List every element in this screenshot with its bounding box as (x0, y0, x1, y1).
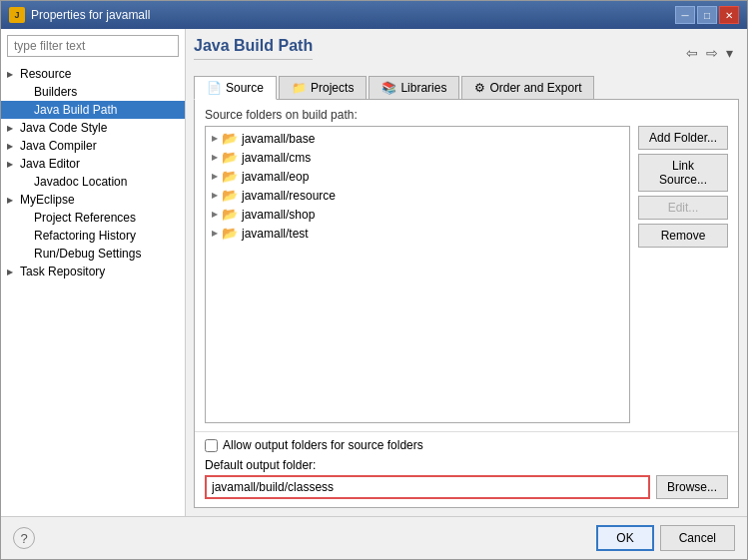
tab-source[interactable]: 📄 Source (194, 76, 277, 100)
help-button[interactable]: ? (13, 527, 35, 549)
tab-content: Source folders on build path: ▶ 📂 javama… (194, 100, 739, 508)
tab-inner: ▶ 📂 javamall/base ▶ 📂 javamall/cms ▶ (195, 126, 738, 431)
tab-order-export-label: Order and Export (489, 81, 581, 95)
sidebar-item-task-repository[interactable]: ▶ Task Repository (1, 263, 185, 280)
sidebar-item-label: Builders (34, 85, 77, 99)
folder-icon: 📂 (222, 131, 238, 146)
item-expand-arrow: ▶ (212, 153, 218, 162)
source-item-label: javamall/test (242, 227, 309, 241)
expand-arrow: ▶ (7, 160, 17, 169)
add-folder-button[interactable]: Add Folder... (638, 126, 728, 150)
sidebar-item-builders[interactable]: Builders (1, 83, 185, 101)
content-area: ▶ Resource Builders Java Build Path ▶ Ja… (1, 29, 747, 516)
cancel-button[interactable]: Cancel (660, 525, 735, 551)
folder-icon: 📂 (222, 188, 238, 203)
sidebar-item-java-code-style[interactable]: ▶ Java Code Style (1, 119, 185, 137)
dialog: J Properties for javamall ─ □ ✕ ▶ Resour… (0, 0, 748, 560)
close-button[interactable]: ✕ (719, 6, 739, 24)
sidebar-item-run-debug-settings[interactable]: Run/Debug Settings (1, 245, 185, 263)
expand-arrow: ▶ (7, 70, 17, 79)
main-panel: Java Build Path ⇦ ⇨ ▾ 📄 Source 📁 Project… (186, 29, 747, 516)
title-bar-left: J Properties for javamall (9, 7, 150, 23)
source-item-label: javamall/shop (242, 208, 315, 222)
dropdown-icon[interactable]: ▾ (724, 43, 735, 63)
item-expand-arrow: ▶ (212, 229, 218, 238)
sidebar-item-label: Task Repository (20, 265, 105, 279)
source-item-label: javamall/cms (242, 151, 311, 165)
minimize-button[interactable]: ─ (675, 6, 695, 24)
expand-arrow: ▶ (7, 124, 17, 133)
panel-header-row: Java Build Path ⇦ ⇨ ▾ (194, 37, 739, 68)
sidebar-item-label: Resource (20, 67, 71, 81)
tab-source-label: Source (226, 81, 264, 95)
source-item-base[interactable]: ▶ 📂 javamall/base (208, 129, 627, 148)
tab-libraries[interactable]: 📚 Libraries (369, 76, 459, 99)
panel-title: Java Build Path (194, 37, 313, 60)
sidebar-item-javadoc-location[interactable]: Javadoc Location (1, 173, 185, 191)
source-item-label: javamall/eop (242, 170, 309, 184)
sidebar-tree: ▶ Resource Builders Java Build Path ▶ Ja… (1, 63, 185, 516)
output-row: Browse... (205, 475, 728, 499)
sidebar-item-resource[interactable]: ▶ Resource (1, 65, 185, 83)
source-item-resource[interactable]: ▶ 📂 javamall/resource (208, 186, 627, 205)
remove-button[interactable]: Remove (638, 224, 728, 248)
dialog-footer: ? OK Cancel (1, 516, 747, 559)
source-tab-icon: 📄 (207, 81, 222, 95)
sidebar-item-label: Java Compiler (20, 139, 97, 153)
tab-libraries-label: Libraries (400, 81, 446, 95)
sidebar-item-myeclipse[interactable]: ▶ MyEclipse (1, 191, 185, 209)
back-icon[interactable]: ⇦ (684, 43, 700, 63)
expand-arrow: ▶ (7, 268, 17, 277)
nav-icons: ⇦ ⇨ ▾ (684, 43, 739, 63)
sidebar: ▶ Resource Builders Java Build Path ▶ Ja… (1, 29, 186, 516)
footer-right: OK Cancel (596, 525, 735, 551)
sidebar-item-label: Project References (34, 211, 136, 225)
tab-projects[interactable]: 📁 Projects (279, 76, 367, 99)
source-item-eop[interactable]: ▶ 📂 javamall/eop (208, 167, 627, 186)
sidebar-item-refactoring-history[interactable]: Refactoring History (1, 227, 185, 245)
source-item-shop[interactable]: ▶ 📂 javamall/shop (208, 205, 627, 224)
tabs-bar: 📄 Source 📁 Projects 📚 Libraries ⚙ Order … (194, 76, 739, 100)
sidebar-item-label: Java Editor (20, 157, 80, 171)
source-item-test[interactable]: ▶ 📂 javamall/test (208, 224, 627, 243)
source-folders-label: Source folders on build path: (195, 100, 738, 126)
source-item-cms[interactable]: ▶ 📂 javamall/cms (208, 148, 627, 167)
sidebar-item-java-compiler[interactable]: ▶ Java Compiler (1, 137, 185, 155)
item-expand-arrow: ▶ (212, 134, 218, 143)
folder-icon: 📂 (222, 169, 238, 184)
libraries-tab-icon: 📚 (381, 81, 396, 95)
expand-arrow: ▶ (7, 142, 17, 151)
maximize-button[interactable]: □ (697, 6, 717, 24)
tab-order-export[interactable]: ⚙ Order and Export (461, 76, 594, 99)
link-source-button[interactable]: Link Source... (638, 154, 728, 192)
allow-output-folders-label: Allow output folders for source folders (223, 438, 423, 452)
projects-tab-icon: 📁 (292, 81, 307, 95)
sidebar-item-label: Java Code Style (20, 121, 107, 135)
title-bar: J Properties for javamall ─ □ ✕ (1, 1, 747, 29)
edit-button[interactable]: Edit... (638, 196, 728, 220)
forward-icon[interactable]: ⇨ (704, 43, 720, 63)
sidebar-item-label: Run/Debug Settings (34, 247, 141, 261)
dialog-title: Properties for javamall (31, 8, 150, 22)
order-export-tab-icon: ⚙ (474, 81, 485, 95)
source-item-label: javamall/resource (242, 189, 336, 203)
output-folder-label: Default output folder: (205, 458, 728, 472)
output-folder-input[interactable] (205, 475, 650, 499)
bottom-section: Allow output folders for source folders … (195, 431, 738, 507)
sidebar-item-label: MyEclipse (20, 193, 75, 207)
browse-button[interactable]: Browse... (656, 475, 728, 499)
item-expand-arrow: ▶ (212, 191, 218, 200)
filter-input[interactable] (7, 35, 179, 57)
sidebar-item-java-build-path[interactable]: Java Build Path (1, 101, 185, 119)
item-expand-arrow: ▶ (212, 172, 218, 181)
sidebar-item-java-editor[interactable]: ▶ Java Editor (1, 155, 185, 173)
checkbox-row: Allow output folders for source folders (205, 438, 728, 452)
item-expand-arrow: ▶ (212, 210, 218, 219)
sidebar-item-project-references[interactable]: Project References (1, 209, 185, 227)
source-list-area: ▶ 📂 javamall/base ▶ 📂 javamall/cms ▶ (195, 126, 738, 431)
tab-projects-label: Projects (311, 81, 354, 95)
ok-button[interactable]: OK (596, 525, 653, 551)
side-buttons: Add Folder... Link Source... Edit... Rem… (638, 126, 728, 423)
sidebar-item-label: Java Build Path (34, 103, 117, 117)
allow-output-folders-checkbox[interactable] (205, 439, 218, 452)
